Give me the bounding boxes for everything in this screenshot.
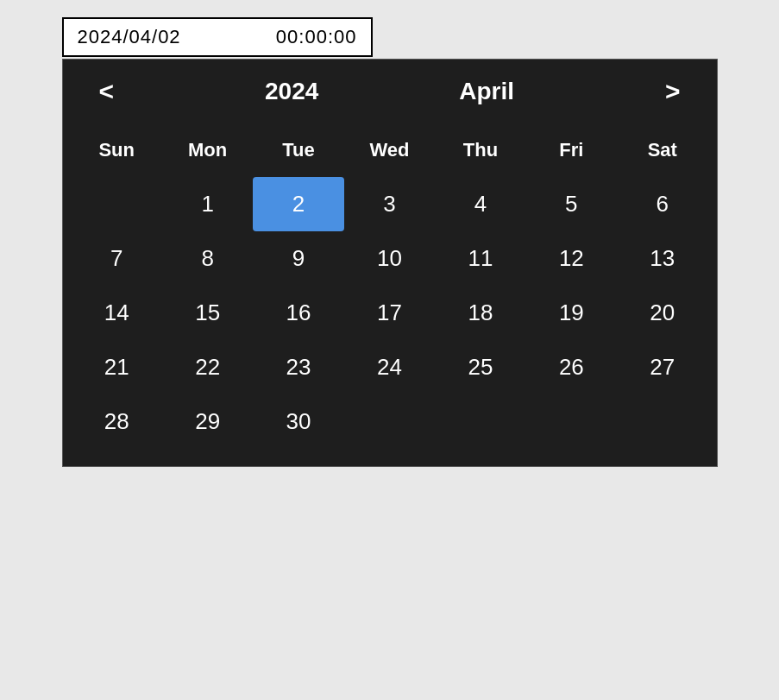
day-10[interactable]: 10: [344, 231, 435, 286]
day-15[interactable]: 15: [162, 286, 253, 340]
day-30[interactable]: 30: [253, 394, 343, 449]
day-23[interactable]: 23: [253, 340, 343, 394]
day-2-selected[interactable]: 2: [253, 177, 343, 231]
day-25[interactable]: 25: [435, 340, 525, 394]
day-17[interactable]: 17: [344, 286, 435, 340]
day-5[interactable]: 5: [526, 177, 617, 231]
date-picker: 2024/04/02 00:00:00 < 2024 April > Sun M…: [62, 17, 718, 467]
day-28[interactable]: 28: [72, 394, 162, 449]
day-26[interactable]: 26: [526, 340, 617, 394]
day-11[interactable]: 11: [435, 231, 525, 286]
day-18[interactable]: 18: [435, 286, 525, 340]
day-empty-3: [435, 394, 525, 449]
day-16[interactable]: 16: [253, 286, 343, 340]
day-19[interactable]: 19: [526, 286, 617, 340]
day-21[interactable]: 21: [72, 340, 162, 394]
day-header-mon: Mon: [162, 130, 253, 177]
day-empty-2: [344, 394, 435, 449]
day-header-wed: Wed: [344, 130, 435, 177]
day-29[interactable]: 29: [162, 394, 253, 449]
day-27[interactable]: 27: [617, 340, 707, 394]
day-header-sun: Sun: [72, 130, 162, 177]
time-value: 00:00:00: [276, 26, 357, 48]
calendar-year: 2024: [265, 78, 318, 105]
day-4[interactable]: 4: [435, 177, 525, 231]
calendar-month: April: [459, 78, 514, 105]
day-24[interactable]: 24: [344, 340, 435, 394]
day-9[interactable]: 9: [253, 231, 343, 286]
calendar-header: < 2024 April >: [72, 73, 708, 110]
date-time-input[interactable]: 2024/04/02 00:00:00: [62, 17, 373, 57]
day-empty-5: [617, 394, 707, 449]
day-header-fri: Fri: [526, 130, 617, 177]
day-header-sat: Sat: [617, 130, 707, 177]
day-8[interactable]: 8: [162, 231, 253, 286]
day-1[interactable]: 1: [162, 177, 253, 231]
prev-button[interactable]: <: [89, 73, 125, 110]
next-button[interactable]: >: [655, 73, 691, 110]
calendar-grid: Sun Mon Tue Wed Thu Fri Sat 1 2 3 4 5 6 …: [72, 130, 708, 449]
day-header-thu: Thu: [435, 130, 525, 177]
day-6[interactable]: 6: [617, 177, 707, 231]
day-13[interactable]: 13: [617, 231, 707, 286]
date-value: 2024/04/02: [78, 26, 181, 48]
day-7[interactable]: 7: [72, 231, 162, 286]
day-empty: [72, 177, 162, 231]
day-empty-4: [526, 394, 617, 449]
day-header-tue: Tue: [253, 130, 343, 177]
day-3[interactable]: 3: [344, 177, 435, 231]
day-12[interactable]: 12: [526, 231, 617, 286]
day-22[interactable]: 22: [162, 340, 253, 394]
calendar: < 2024 April > Sun Mon Tue Wed Thu Fri S…: [62, 59, 718, 467]
day-20[interactable]: 20: [617, 286, 707, 340]
day-14[interactable]: 14: [72, 286, 162, 340]
